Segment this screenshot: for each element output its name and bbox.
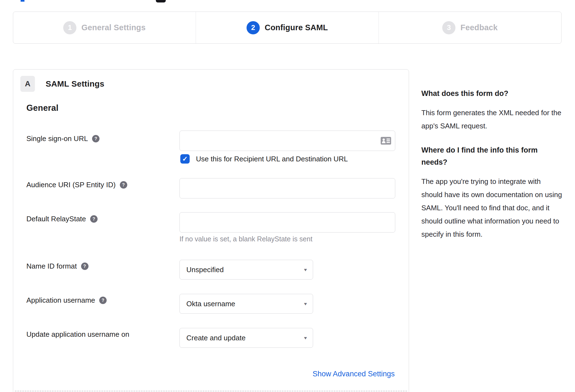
step-2-circle: 2 xyxy=(247,21,260,34)
update-username-select[interactable]: Create and update ▾ xyxy=(179,328,313,348)
check-icon: ✓ xyxy=(182,156,188,162)
step-3-circle: 3 xyxy=(442,21,455,34)
saml-wizard-screen: 1 General Settings 2 Configure SAML 3 Fe… xyxy=(0,0,575,392)
help-icon[interactable]: ? xyxy=(92,135,99,142)
relaystate-hint: If no value is set, a blank RelayState i… xyxy=(179,235,313,243)
use-for-recipient-destination-label: Use this for Recipient URL and Destinati… xyxy=(196,154,348,164)
sidebar-answer-1: This form generates the XML needed for t… xyxy=(421,106,563,132)
sidebar-answer-2: The app you're trying to integrate with … xyxy=(421,175,563,241)
chevron-down-icon: ▾ xyxy=(304,267,307,273)
update-username-label-row: Update application username on xyxy=(26,330,129,339)
step-general-settings[interactable]: 1 General Settings xyxy=(13,12,196,43)
step-1-label: General Settings xyxy=(81,23,146,32)
help-icon[interactable]: ? xyxy=(81,263,89,270)
help-sidebar: What does this form do? This form genera… xyxy=(421,87,563,252)
application-username-value: Okta username xyxy=(186,300,235,308)
sidebar-question-1: What does this form do? xyxy=(421,87,563,100)
sso-url-label-row: Single sign-on URL ? xyxy=(26,134,99,143)
default-relaystate-label: Default RelayState xyxy=(26,215,86,223)
wizard-stepper: 1 General Settings 2 Configure SAML 3 Fe… xyxy=(13,12,562,44)
chevron-down-icon: ▾ xyxy=(304,335,307,341)
step-1-circle: 1 xyxy=(63,21,76,34)
section-a-badge: A xyxy=(20,76,35,92)
default-relaystate-label-row: Default RelayState ? xyxy=(26,215,98,223)
step-2-label: Configure SAML xyxy=(265,23,328,32)
saml-settings-panel: A SAML Settings General Single sign-on U… xyxy=(13,69,409,392)
chevron-down-icon: ▾ xyxy=(304,301,307,307)
update-username-value: Create and update xyxy=(186,334,245,342)
audience-uri-label: Audience URI (SP Entity ID) xyxy=(26,181,116,189)
sso-url-label: Single sign-on URL xyxy=(26,134,88,143)
name-id-format-select[interactable]: Unspecified ▾ xyxy=(179,260,313,280)
application-username-label-row: Application username ? xyxy=(26,296,107,305)
application-username-label: Application username xyxy=(26,296,95,305)
help-icon[interactable]: ? xyxy=(99,297,107,304)
use-for-recipient-destination-checkbox[interactable]: ✓ xyxy=(180,154,190,164)
audience-uri-label-row: Audience URI (SP Entity ID) ? xyxy=(26,181,127,189)
default-relaystate-input[interactable] xyxy=(179,212,395,233)
sidebar-question-2: Where do I find the info this form needs… xyxy=(421,144,563,168)
name-id-format-label: Name ID format xyxy=(26,262,77,270)
name-id-format-label-row: Name ID format ? xyxy=(26,262,89,270)
cutoff-logo-fragment xyxy=(156,0,166,2)
show-advanced-settings-link[interactable]: Show Advanced Settings xyxy=(313,370,395,378)
help-icon[interactable]: ? xyxy=(90,215,98,223)
cutoff-blue-fragment xyxy=(21,0,24,2)
audience-uri-input[interactable] xyxy=(179,178,395,198)
single-sign-on-url-input[interactable] xyxy=(179,131,395,151)
step-configure-saml[interactable]: 2 Configure SAML xyxy=(196,12,378,43)
update-username-label: Update application username on xyxy=(26,330,129,339)
name-id-format-value: Unspecified xyxy=(186,266,224,274)
step-3-label: Feedback xyxy=(460,23,497,32)
application-username-select[interactable]: Okta username ▾ xyxy=(179,294,313,314)
advanced-settings-divider xyxy=(15,391,407,391)
general-section-heading: General xyxy=(26,103,59,113)
step-feedback[interactable]: 3 Feedback xyxy=(378,12,561,43)
panel-title: SAML Settings xyxy=(46,76,104,92)
help-icon[interactable]: ? xyxy=(120,181,127,189)
